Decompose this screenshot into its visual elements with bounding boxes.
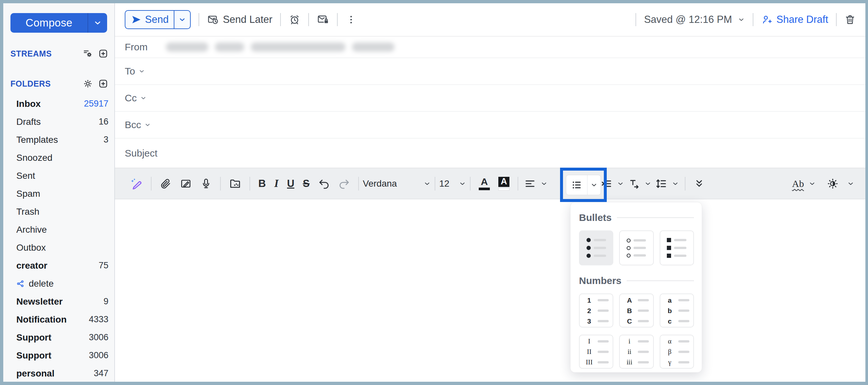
folders-add-icon[interactable] — [98, 79, 108, 89]
sidebar-folder-delete[interactable]: delete — [3, 274, 114, 293]
folders-settings-gear-icon[interactable] — [83, 79, 93, 89]
voice-input-button[interactable] — [196, 178, 216, 189]
highlight-annotation-box — [560, 168, 607, 202]
subject-field[interactable]: Subject — [115, 139, 865, 168]
font-size-value: 12 — [439, 178, 454, 189]
bullet-option-square[interactable] — [660, 230, 694, 265]
insert-media-button[interactable] — [225, 177, 246, 190]
toolbar-divider — [198, 13, 199, 26]
number-option-1-2-3[interactable]: 123 — [579, 294, 613, 327]
spellcheck-label: Ab — [792, 178, 804, 189]
folder-count: 75 — [99, 261, 108, 271]
folder-count: 3006 — [89, 350, 108, 360]
share-draft-button[interactable]: Share Draft — [761, 14, 828, 26]
spellcheck-dropdown[interactable]: Ab — [792, 178, 816, 189]
send-options-chevron-icon[interactable] — [175, 16, 190, 24]
contrast-mode-dropdown[interactable] — [827, 178, 854, 189]
compose-chevron-down-icon[interactable] — [88, 19, 107, 27]
cc-field[interactable]: Cc — [115, 85, 865, 112]
sidebar-folder-archive[interactable]: Archive — [3, 220, 114, 239]
underline-button[interactable]: U — [283, 178, 299, 189]
line-spacing-dropdown[interactable] — [653, 178, 681, 189]
bcc-chevron-down-icon[interactable] — [144, 122, 151, 128]
send-button[interactable]: Send — [125, 10, 191, 29]
reminder-button[interactable] — [289, 14, 301, 26]
font-size-dropdown[interactable]: 12 — [439, 178, 466, 189]
font-color-button[interactable]: A — [474, 177, 494, 190]
bullet-list-chevron-icon[interactable] — [588, 181, 600, 188]
bcc-field[interactable]: Bcc — [115, 112, 865, 139]
format-divider — [470, 177, 471, 190]
align-left-icon — [524, 178, 536, 189]
sidebar-folder-sent[interactable]: Sent — [3, 167, 114, 185]
sidebar-folder-newsletter[interactable]: Newsletter9 — [3, 293, 114, 310]
sidebar-folder-personal[interactable]: personal347 — [3, 364, 114, 382]
number-options-grid-row1: 123ABCabc — [579, 294, 694, 327]
sidebar-folder-outbox[interactable]: Outbox — [3, 239, 114, 257]
alignment-dropdown[interactable] — [522, 178, 550, 189]
highlight-swatch — [498, 188, 509, 190]
folder-label: Drafts — [16, 117, 41, 127]
folders-label: FOLDERS — [10, 79, 51, 89]
sidebar-folder-notification[interactable]: Notification4333 — [3, 310, 114, 328]
from-value-redacted — [166, 42, 395, 52]
number-option-α-β-γ[interactable]: αβγ — [660, 335, 694, 369]
sidebar-folder-support[interactable]: Support3006 — [3, 347, 114, 364]
media-folder-icon — [229, 177, 241, 190]
compose-button[interactable]: Compose — [10, 13, 107, 33]
to-chevron-down-icon[interactable] — [138, 68, 145, 75]
composer-pane: Send Send Later — [115, 3, 865, 382]
sidebar-folder-snoozed[interactable]: Snoozed — [3, 149, 114, 167]
cc-chevron-down-icon[interactable] — [140, 95, 147, 101]
send-later-button[interactable]: Send Later — [207, 14, 272, 26]
insert-signature-button[interactable] — [176, 178, 196, 189]
list-marker: c — [664, 318, 675, 325]
more-options-button[interactable] — [345, 14, 356, 25]
to-field[interactable]: To — [115, 58, 865, 85]
folder-label: Newsletter — [16, 296, 63, 307]
sidebar-folder-support[interactable]: Support3006 — [3, 328, 114, 347]
undo-icon — [318, 178, 330, 189]
number-option-i-ii-iii[interactable]: iiiiii — [619, 335, 653, 369]
sidebar-folder-drafts[interactable]: Drafts16 — [3, 113, 114, 131]
cc-label: Cc — [125, 92, 137, 103]
redo-button[interactable] — [334, 178, 354, 189]
sidebar-folder-templates[interactable]: Templates3 — [3, 131, 114, 149]
streams-filter-settings-icon[interactable] — [83, 49, 93, 59]
italic-button[interactable]: I — [270, 177, 283, 189]
ai-writing-assistant-button[interactable] — [126, 177, 147, 190]
bullet-option-circle[interactable] — [619, 230, 653, 265]
font-family-dropdown[interactable]: Verdana — [363, 178, 431, 189]
streams-label: STREAMS — [10, 49, 52, 59]
secure-mail-button[interactable] — [317, 13, 329, 26]
sidebar-folder-creator[interactable]: creator75 — [3, 257, 114, 274]
number-option-a-b-c[interactable]: abc — [660, 294, 694, 327]
number-option-I-II-III[interactable]: IIIIII — [579, 335, 613, 369]
undo-button[interactable] — [314, 178, 334, 189]
list-marker: A — [624, 297, 635, 304]
more-formatting-button[interactable] — [689, 178, 709, 189]
from-field[interactable]: From — [115, 37, 865, 58]
saved-status[interactable]: Saved @ 12:16 PM — [644, 14, 745, 26]
send-toolbar: Send Send Later — [115, 3, 865, 37]
subject-placeholder: Subject — [125, 148, 157, 159]
line-spacing-icon — [655, 178, 667, 189]
bold-button[interactable]: B — [254, 177, 270, 189]
folder-label: Support — [16, 332, 51, 343]
sidebar-folder-inbox[interactable]: Inbox25917 — [3, 95, 114, 113]
folder-label: personal — [16, 368, 55, 379]
number-option-A-B-C[interactable]: ABC — [619, 294, 653, 327]
bullet-list-button[interactable] — [566, 175, 601, 195]
attach-file-button[interactable] — [155, 178, 176, 189]
message-body-editor[interactable] — [115, 199, 865, 382]
text-direction-dropdown[interactable] — [626, 178, 653, 189]
sidebar-folder-trash[interactable]: Trash — [3, 203, 114, 220]
streams-add-icon[interactable] — [98, 48, 108, 59]
discard-draft-button[interactable] — [844, 14, 856, 25]
list-marker: i — [624, 338, 635, 345]
strikethrough-button[interactable]: S — [299, 178, 314, 189]
highlight-color-button[interactable]: A — [494, 177, 514, 190]
bullet-option-disc[interactable] — [579, 230, 613, 265]
format-divider — [220, 177, 221, 190]
sidebar-folder-spam[interactable]: Spam — [3, 185, 114, 203]
